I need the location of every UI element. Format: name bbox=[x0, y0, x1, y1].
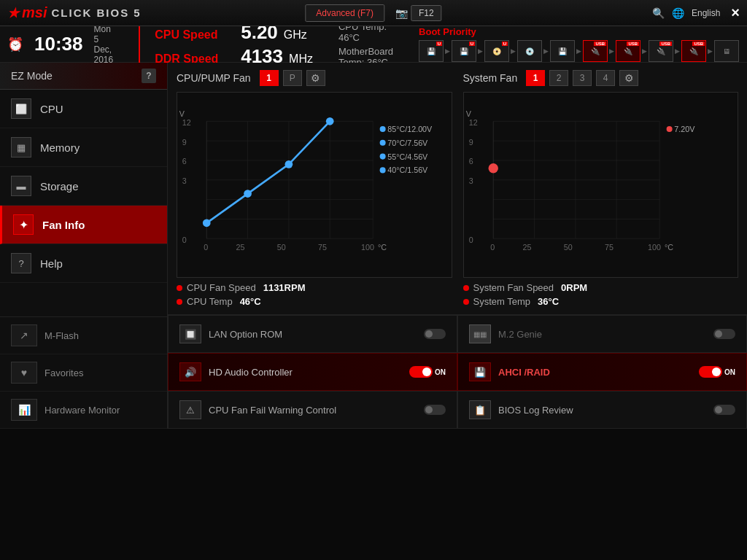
ahci-raid-btn[interactable]: 💾 AHCI /RAID ON bbox=[457, 353, 747, 391]
boot-device-1[interactable]: 💾 U bbox=[419, 40, 444, 62]
m-flash-label: M-Flash bbox=[44, 330, 79, 341]
sidebar-item-cpu[interactable]: ⬜ CPU bbox=[0, 90, 167, 128]
sys-fan-btn-3[interactable]: 3 bbox=[573, 70, 592, 86]
boot-device-9[interactable]: 🔌 USB bbox=[681, 40, 706, 62]
hardware-monitor-icon: 📊 bbox=[11, 399, 37, 421]
help-icon: ? bbox=[11, 253, 31, 273]
bios-log-toggle[interactable] bbox=[713, 405, 735, 415]
cpu-fan-section: CPU/PUMP Fan 1 P ⚙ bbox=[177, 70, 452, 307]
cpu-fan-speed-value: 1131RPM bbox=[263, 282, 306, 293]
sidebar-item-help[interactable]: ? Help bbox=[0, 244, 167, 283]
system-fan-header: System Fan 1 2 3 4 ⚙ bbox=[463, 70, 739, 86]
cpu-temp-stat-label: CPU Temp bbox=[187, 296, 233, 307]
boot-device-5[interactable]: 💾 bbox=[550, 40, 575, 62]
cpu-fan-fail-btn[interactable]: ⚠ CPU Fan Fail Warning Control bbox=[168, 391, 457, 429]
sidebar-bottom: ↗ M-Flash ♥ Favorites 📊 Hardware Monitor bbox=[0, 316, 167, 429]
cpu-icon: ⬜ bbox=[11, 98, 31, 119]
ez-mode-header: EZ Mode ? bbox=[0, 63, 167, 90]
svg-point-27 bbox=[326, 117, 334, 125]
storage-icon: ▬ bbox=[11, 176, 31, 196]
language-label[interactable]: English bbox=[692, 8, 720, 18]
ahci-toggle[interactable]: ON bbox=[699, 366, 735, 378]
svg-point-32 bbox=[380, 154, 386, 160]
boot-device-3[interactable]: 📀 U bbox=[484, 40, 509, 62]
cpu-fan-btn-p[interactable]: P bbox=[283, 70, 302, 86]
sys-fan-btn-4[interactable]: 4 bbox=[596, 70, 615, 86]
svg-point-26 bbox=[285, 160, 293, 168]
svg-point-24 bbox=[203, 219, 211, 227]
favorites-icon: ♥ bbox=[11, 362, 37, 384]
sys-fan-btn-1[interactable]: 1 bbox=[526, 70, 545, 86]
cpu-fan-btn-1[interactable]: 1 bbox=[260, 70, 279, 86]
sys-fan-svg: 12 9 6 3 0 V 0 25 50 75 100 °C bbox=[464, 93, 738, 277]
sidebar-item-storage[interactable]: ▬ Storage bbox=[0, 167, 167, 206]
boot-device-2[interactable]: 💾 U bbox=[452, 40, 476, 62]
svg-text:25: 25 bbox=[522, 243, 531, 252]
svg-text:7.20V: 7.20V bbox=[674, 125, 695, 133]
close-button[interactable]: × bbox=[731, 4, 740, 21]
click-bios-title: CLICK BIOS 5 bbox=[51, 7, 141, 19]
sidebar-item-memory[interactable]: ▦ Memory bbox=[0, 128, 167, 167]
cpu-sidebar-label: CPU bbox=[40, 103, 63, 115]
search-icon[interactable]: 🔍 bbox=[652, 7, 665, 19]
m2-toggle[interactable] bbox=[713, 329, 735, 339]
svg-text:°C: °C bbox=[378, 243, 387, 252]
time-display: 10:38 bbox=[34, 33, 83, 55]
cpu-pump-fan-title: CPU/PUMP Fan bbox=[177, 72, 251, 84]
question-icon[interactable]: ? bbox=[142, 69, 156, 83]
globe-icon: 🌐 bbox=[672, 7, 684, 19]
advanced-button[interactable]: Advanced (F7) bbox=[305, 4, 384, 22]
sidebar-item-favorites[interactable]: ♥ Favorites bbox=[0, 354, 167, 392]
sys-fan-speed-label: System Fan Speed bbox=[473, 282, 554, 293]
sys-fan-btn-2[interactable]: 2 bbox=[549, 70, 568, 86]
svg-text:6: 6 bbox=[182, 157, 187, 166]
boot-device-6[interactable]: 🔌 USB bbox=[583, 40, 608, 62]
svg-text:12: 12 bbox=[468, 118, 477, 127]
fan-info-sidebar-label: Fan Info bbox=[42, 219, 85, 231]
cpu-fan-gear-btn[interactable]: ⚙ bbox=[306, 70, 325, 86]
fail-toggle[interactable] bbox=[424, 405, 446, 415]
svg-text:100: 100 bbox=[361, 243, 374, 252]
svg-point-28 bbox=[380, 126, 386, 132]
sidebar-item-m-flash[interactable]: ↗ M-Flash bbox=[0, 317, 167, 354]
sys-fan-gear-btn[interactable]: ⚙ bbox=[619, 70, 638, 86]
boot-device-8[interactable]: 🔌 USB bbox=[649, 40, 673, 62]
boot-device-4[interactable]: 💿 bbox=[517, 40, 542, 62]
hardware-monitor-label: Hardware Monitor bbox=[44, 405, 120, 416]
cpu-fan-speed-label: CPU Fan Speed bbox=[187, 282, 256, 293]
sys-temp-stat-value: 36°C bbox=[538, 296, 559, 307]
sys-fan-speed-value: 0RPM bbox=[561, 282, 587, 293]
m-flash-icon: ↗ bbox=[11, 324, 37, 346]
boot-device-7[interactable]: 🔌 USB bbox=[616, 40, 640, 62]
logo-area: ★ msi CLICK BIOS 5 bbox=[7, 4, 142, 21]
svg-text:0: 0 bbox=[182, 236, 187, 244]
svg-text:50: 50 bbox=[563, 243, 572, 252]
storage-sidebar-label: Storage bbox=[40, 180, 79, 192]
boot-priority-label: Boot Priority bbox=[419, 26, 739, 37]
audio-label: HD Audio Controller bbox=[209, 367, 402, 378]
cpu-fan-stats: CPU Fan Speed 1131RPM CPU Temp 46°C bbox=[177, 282, 452, 307]
boot-device-10[interactable]: 🖥 bbox=[714, 40, 739, 62]
system-fan-section: System Fan 1 2 3 4 ⚙ bbox=[463, 70, 739, 307]
sidebar-item-fan-info[interactable]: ✦ Fan Info bbox=[0, 206, 167, 244]
svg-point-61 bbox=[666, 126, 672, 132]
sys-fan-speed-dot bbox=[463, 285, 469, 291]
m2-genie-btn[interactable]: ▦▦ M.2 Genie bbox=[457, 315, 747, 353]
svg-text:0: 0 bbox=[204, 243, 208, 252]
svg-text:50: 50 bbox=[277, 243, 286, 252]
lan-option-rom-btn[interactable]: 🔲 LAN Option ROM bbox=[168, 315, 457, 353]
cpu-fan-speed-dot bbox=[177, 285, 182, 291]
svg-text:6: 6 bbox=[468, 157, 473, 166]
svg-text:75: 75 bbox=[318, 243, 327, 252]
lan-label: LAN Option ROM bbox=[209, 329, 417, 340]
bios-log-icon: 📋 bbox=[469, 400, 491, 419]
f12-button[interactable]: F12 bbox=[411, 5, 442, 21]
audio-toggle[interactable]: ON bbox=[409, 366, 446, 378]
sidebar-item-hardware-monitor[interactable]: 📊 Hardware Monitor bbox=[0, 392, 167, 429]
audio-icon: 🔊 bbox=[179, 362, 201, 381]
hd-audio-btn[interactable]: 🔊 HD Audio Controller ON bbox=[168, 353, 457, 391]
lan-toggle[interactable] bbox=[424, 329, 446, 339]
svg-text:40°C/1.56V: 40°C/1.56V bbox=[387, 166, 428, 174]
svg-text:V: V bbox=[465, 109, 471, 118]
bios-log-btn[interactable]: 📋 BIOS Log Review bbox=[457, 391, 747, 429]
